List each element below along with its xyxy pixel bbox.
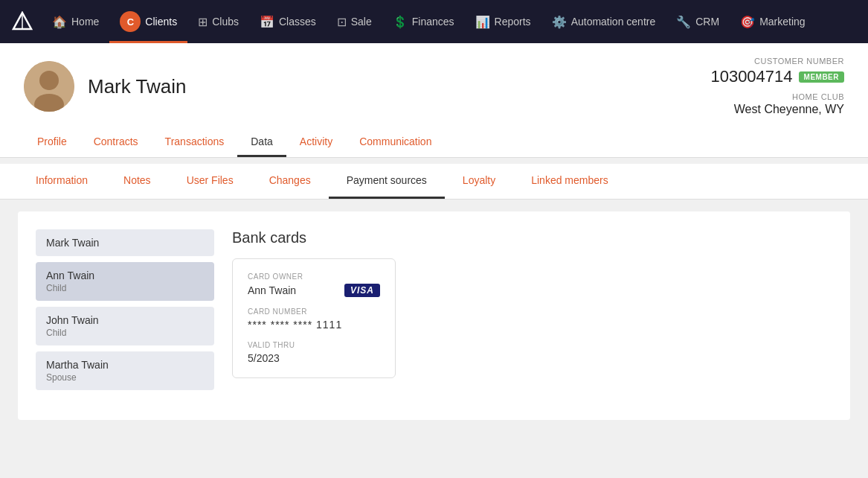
member-relation: Child xyxy=(46,283,204,293)
profile-header: Mark Twain CUSTOMER NUMBER 103004714 MEM… xyxy=(0,43,868,158)
card-number-label: CARD NUMBER xyxy=(248,307,380,316)
finances-icon: 💲 xyxy=(393,15,408,29)
section-tabs: Information Notes User Files Changes Pay… xyxy=(18,164,850,199)
clients-icon: C xyxy=(120,11,141,32)
marketing-icon: 🎯 xyxy=(740,15,755,29)
tab-communication[interactable]: Communication xyxy=(346,128,445,157)
nav-crm[interactable]: 🔧 CRM xyxy=(666,0,730,43)
svg-point-3 xyxy=(39,71,59,90)
nav-marketing-label: Marketing xyxy=(759,16,805,28)
member-martha-twain[interactable]: Martha Twain Spouse xyxy=(36,351,214,390)
nav-sale-label: Sale xyxy=(351,16,372,28)
cards-section: Bank cards CARD OWNER Ann Twain VISA CAR… xyxy=(232,229,832,390)
member-name: Ann Twain xyxy=(46,270,204,281)
nav-sale[interactable]: ⊡ Sale xyxy=(327,0,382,43)
customer-number: 103004714 xyxy=(710,67,792,86)
nav-clubs-label: Clubs xyxy=(212,16,239,28)
member-name: Mark Twain xyxy=(46,237,204,249)
logo[interactable] xyxy=(6,11,39,32)
nav-marketing[interactable]: 🎯 Marketing xyxy=(730,0,815,43)
home-club-value: West Cheyenne, WY xyxy=(710,103,844,116)
profile-name: Mark Twain xyxy=(88,75,186,98)
nav-reports-label: Reports xyxy=(495,16,531,28)
nav-clients-label: Clients xyxy=(145,16,177,28)
bank-card: CARD OWNER Ann Twain VISA CARD NUMBER **… xyxy=(232,258,396,378)
automation-icon: ⚙️ xyxy=(552,15,567,29)
tab-contracts[interactable]: Contracts xyxy=(80,128,152,157)
nav-clubs[interactable]: ⊞ Clubs xyxy=(187,0,249,43)
member-relation: Child xyxy=(46,328,204,338)
sale-icon: ⊡ xyxy=(337,15,347,29)
bank-cards-title: Bank cards xyxy=(232,229,832,246)
main-panel: Mark Twain Ann Twain Child John Twain Ch… xyxy=(18,211,850,420)
home-icon: 🏠 xyxy=(52,15,67,29)
member-ann-twain[interactable]: Ann Twain Child xyxy=(36,262,214,301)
top-navigation: 🏠 Home C Clients ⊞ Clubs 📅 Classes ⊡ Sal… xyxy=(0,0,868,43)
nav-classes[interactable]: 📅 Classes xyxy=(249,0,327,43)
card-valid-value: 5/2023 xyxy=(248,352,380,364)
reports-icon: 📊 xyxy=(475,15,490,29)
member-name: Martha Twain xyxy=(46,359,204,371)
nav-automation-label: Automation centre xyxy=(571,16,656,28)
card-owner-label: CARD OWNER xyxy=(248,273,380,281)
member-mark-twain[interactable]: Mark Twain xyxy=(36,229,214,256)
tab-data[interactable]: Data xyxy=(237,128,286,157)
card-valid-label: VALID THRU xyxy=(248,341,380,349)
avatar xyxy=(24,61,74,112)
content-area: Mark Twain CUSTOMER NUMBER 103004714 MEM… xyxy=(0,43,868,478)
classes-icon: 📅 xyxy=(260,15,274,29)
nav-automation[interactable]: ⚙️ Automation centre xyxy=(541,0,666,43)
nav-reports[interactable]: 📊 Reports xyxy=(465,0,541,43)
profile-tabs: Profile Contracts Transactions Data Acti… xyxy=(24,128,844,157)
member-badge: MEMBER xyxy=(799,71,844,83)
nav-crm-label: CRM xyxy=(695,16,719,28)
tab-information[interactable]: Information xyxy=(18,164,106,199)
tab-linked-members[interactable]: Linked members xyxy=(513,164,626,199)
tab-profile[interactable]: Profile xyxy=(24,128,80,157)
clubs-icon: ⊞ xyxy=(198,15,208,29)
home-club-label: HOME CLUB xyxy=(710,92,844,101)
tab-loyalty[interactable]: Loyalty xyxy=(445,164,513,199)
card-number-value: **** **** **** 1111 xyxy=(248,319,380,331)
card-owner-name: Ann Twain xyxy=(248,284,296,296)
nav-finances[interactable]: 💲 Finances xyxy=(382,0,465,43)
section-tabs-container: Information Notes User Files Changes Pay… xyxy=(0,164,868,200)
crm-icon: 🔧 xyxy=(676,15,691,29)
tab-changes[interactable]: Changes xyxy=(251,164,329,199)
nav-home-label: Home xyxy=(71,16,99,28)
tab-notes[interactable]: Notes xyxy=(106,164,169,199)
nav-classes-label: Classes xyxy=(279,16,316,28)
tab-transactions[interactable]: Transactions xyxy=(152,128,238,157)
nav-home[interactable]: 🏠 Home xyxy=(42,0,109,43)
members-sidebar: Mark Twain Ann Twain Child John Twain Ch… xyxy=(36,229,214,390)
member-john-twain[interactable]: John Twain Child xyxy=(36,307,214,345)
nav-clients[interactable]: C Clients xyxy=(109,0,187,43)
visa-logo: VISA xyxy=(344,284,380,297)
customer-number-label: CUSTOMER NUMBER xyxy=(710,57,844,66)
member-relation: Spouse xyxy=(46,372,204,383)
nav-finances-label: Finances xyxy=(412,16,454,28)
member-name: John Twain xyxy=(46,314,204,326)
tab-activity[interactable]: Activity xyxy=(286,128,346,157)
tab-payment-sources[interactable]: Payment sources xyxy=(329,164,445,199)
profile-info-right: CUSTOMER NUMBER 103004714 MEMBER HOME CL… xyxy=(710,57,844,116)
tab-user-files[interactable]: User Files xyxy=(169,164,251,199)
